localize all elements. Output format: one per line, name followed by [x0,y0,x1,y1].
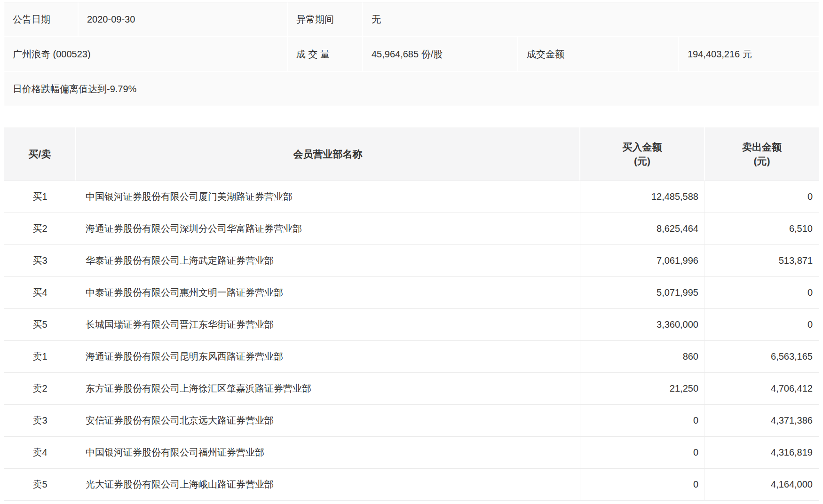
header-sell-amount: 卖出金额 (元) [705,127,819,181]
header-sell-amount-line1: 卖出金额 [742,140,782,154]
row-buy-amount: 7,061,996 [580,245,705,276]
info-row-reason: 日价格跌幅偏离值达到-9.79% [4,72,819,106]
row-side: 卖4 [4,437,76,468]
row-buy-amount: 21,250 [580,373,705,404]
row-sell-amount: 513,871 [705,245,819,276]
row-broker-name: 长城国瑞证券有限公司晋江东华街证券营业部 [76,309,580,340]
row-sell-amount: 0 [705,181,819,213]
table-row: 买2 海通证券股份有限公司深圳分公司华富路证券营业部 8,625,464 6,5… [4,213,819,244]
header-sell-amount-line2: (元) [754,154,770,168]
header-broker-name: 会员营业部名称 [76,127,580,181]
row-buy-amount: 0 [580,405,705,436]
table-row: 卖1 海通证券股份有限公司昆明东风西路证券营业部 860 6,563,165 [4,340,819,372]
row-side: 买2 [4,213,76,244]
turnover-label: 成交金额 [518,37,679,71]
row-sell-amount: 6,510 [705,213,819,244]
table-body: 买1 中国银河证券股份有限公司厦门美湖路证券营业部 12,485,588 0 买… [4,181,819,500]
table-header-row: 买/卖 会员营业部名称 买入金额 (元) 卖出金额 (元) [4,127,819,181]
row-side: 卖2 [4,373,76,404]
row-broker-name: 海通证券股份有限公司昆明东风西路证券营业部 [76,341,580,372]
turnover-value: 194,403,216 元 [679,37,819,71]
row-side: 卖1 [4,341,76,372]
row-buy-amount: 5,071,995 [580,277,705,308]
row-buy-amount: 12,485,588 [580,181,705,213]
row-side: 卖5 [4,469,76,500]
announce-date-label: 公告日期 [4,2,79,36]
table-row: 卖4 中国银河证券股份有限公司福州证券营业部 0 4,316,819 [4,436,819,468]
info-row-date: 公告日期 2020-09-30 异常期间 无 [4,2,819,37]
row-sell-amount: 4,316,819 [705,437,819,468]
announce-date-value: 2020-09-30 [79,2,288,36]
listing-reason: 日价格跌幅偏离值达到-9.79% [4,72,819,106]
row-broker-name: 中国银河证券股份有限公司厦门美湖路证券营业部 [76,181,580,213]
row-broker-name: 中泰证券股份有限公司惠州文明一路证券营业部 [76,277,580,308]
header-broker-name-label: 会员营业部名称 [293,147,363,161]
row-broker-name: 安信证券股份有限公司北京远大路证券营业部 [76,405,580,436]
row-broker-name: 海通证券股份有限公司深圳分公司华富路证券营业部 [76,213,580,244]
broker-ranking-table: 买/卖 会员营业部名称 买入金额 (元) 卖出金额 (元) 买1 中国银河证券股… [4,127,819,501]
row-side: 买4 [4,277,76,308]
volume-label: 成 交 量 [288,37,363,71]
row-side: 卖3 [4,405,76,436]
table-row: 买3 华泰证券股份有限公司上海武定路证券营业部 7,061,996 513,87… [4,244,819,276]
row-buy-amount: 0 [580,437,705,468]
table-row: 卖5 光大证券股份有限公司上海峨山路证券营业部 0 4,164,000 [4,468,819,500]
row-sell-amount: 0 [705,309,819,340]
table-row: 买1 中国银河证券股份有限公司厦门美湖路证券营业部 12,485,588 0 [4,181,819,213]
announcement-info-table: 公告日期 2020-09-30 异常期间 无 广州浪奇 (000523) 成 交… [4,2,819,106]
row-buy-amount: 0 [580,469,705,500]
row-sell-amount: 0 [705,277,819,308]
table-row: 买5 长城国瑞证券有限公司晋江东华街证券营业部 3,360,000 0 [4,308,819,340]
row-buy-amount: 3,360,000 [580,309,705,340]
row-sell-amount: 4,706,412 [705,373,819,404]
header-buy-sell-label: 买/卖 [29,147,51,161]
row-side: 买3 [4,245,76,276]
volume-value: 45,964,685 份/股 [363,37,518,71]
row-broker-name: 光大证券股份有限公司上海峨山路证券营业部 [76,469,580,500]
header-buy-sell: 买/卖 [4,127,76,181]
table-row: 买4 中泰证券股份有限公司惠州文明一路证券营业部 5,071,995 0 [4,276,819,308]
table-row: 卖3 安信证券股份有限公司北京远大路证券营业部 0 4,371,386 [4,404,819,436]
table-row: 卖2 东方证券股份有限公司上海徐汇区肇嘉浜路证券营业部 21,250 4,706… [4,372,819,404]
info-row-stock: 广州浪奇 (000523) 成 交 量 45,964,685 份/股 成交金额 … [4,37,819,72]
header-buy-amount-line2: (元) [634,154,650,168]
row-side: 买1 [4,181,76,213]
stock-name: 广州浪奇 (000523) [4,37,288,71]
row-sell-amount: 6,563,165 [705,341,819,372]
row-buy-amount: 8,625,464 [580,213,705,244]
header-buy-amount-line1: 买入金额 [623,140,662,154]
row-sell-amount: 4,164,000 [705,469,819,500]
abnormal-period-value: 无 [363,2,819,36]
row-sell-amount: 4,371,386 [705,405,819,436]
row-side: 买5 [4,309,76,340]
row-broker-name: 中国银河证券股份有限公司福州证券营业部 [76,437,580,468]
abnormal-period-label: 异常期间 [288,2,363,36]
row-buy-amount: 860 [580,341,705,372]
row-broker-name: 华泰证券股份有限公司上海武定路证券营业部 [76,245,580,276]
row-broker-name: 东方证券股份有限公司上海徐汇区肇嘉浜路证券营业部 [76,373,580,404]
header-buy-amount: 买入金额 (元) [580,127,705,181]
